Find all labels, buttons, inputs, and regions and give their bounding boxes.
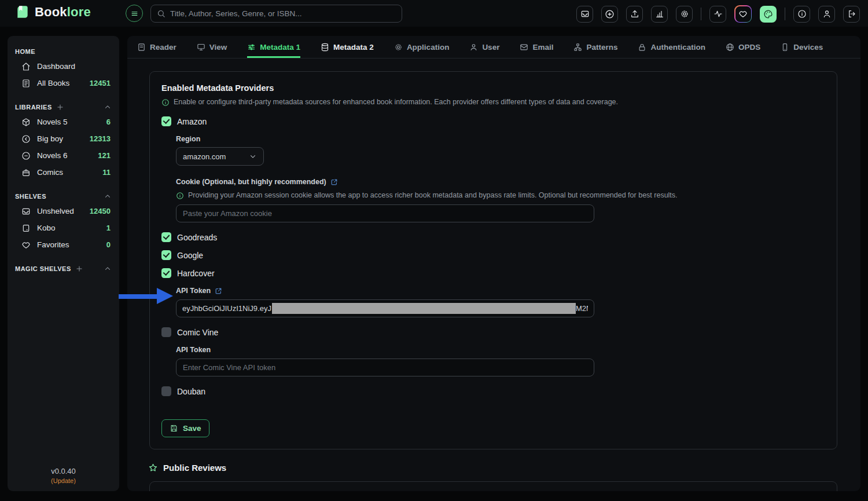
tab-metadata-1[interactable]: Metadata 1 <box>247 36 300 58</box>
count-badge: 0 <box>106 240 112 249</box>
external-link-icon[interactable] <box>330 178 338 186</box>
favorites-button[interactable] <box>734 5 752 23</box>
metadata-settings-content: Enabled Metadata Providers Enable or con… <box>127 58 860 491</box>
hamburger-icon <box>130 9 139 18</box>
theme-button[interactable] <box>760 6 777 23</box>
about-button[interactable] <box>793 6 810 23</box>
booklore-logo-icon <box>15 5 30 20</box>
globe-icon <box>726 43 734 52</box>
comicvine-checkbox-row[interactable]: Comic Vine <box>161 327 825 337</box>
home-icon <box>21 62 31 71</box>
providers-description: Enable or configure third-party metadata… <box>161 98 825 107</box>
lock-icon <box>638 43 646 52</box>
briefcase-icon <box>21 168 31 177</box>
goodreads-checkbox[interactable] <box>161 232 171 242</box>
sidebar-toggle-button[interactable] <box>126 5 143 22</box>
bar-chart-icon <box>655 9 664 19</box>
tab-reader[interactable]: Reader <box>137 36 176 58</box>
collapse-libraries-icon[interactable] <box>104 103 112 111</box>
upload-button[interactable] <box>626 6 643 23</box>
settings-button[interactable] <box>676 6 693 23</box>
tab-opds[interactable]: OPDS <box>726 36 760 58</box>
goodreads-checkbox-row[interactable]: Goodreads <box>161 232 825 242</box>
sidebar-header-magic-shelves: MAGIC SHELVES <box>15 262 112 275</box>
settings-tabbar: Reader View Metadata 1 Metadata 2 Applic… <box>127 36 860 58</box>
libraries-header-label: LIBRARIES <box>15 104 52 111</box>
douban-checkbox-row[interactable]: Douban <box>161 386 825 396</box>
envelope-icon <box>520 43 528 52</box>
activity-button[interactable] <box>709 6 726 23</box>
external-link-icon[interactable] <box>215 287 222 295</box>
count-badge: 121 <box>98 151 112 160</box>
hardcover-checkbox-row[interactable]: Hardcover <box>161 268 825 278</box>
tab-metadata-2[interactable]: Metadata 2 <box>321 36 374 58</box>
collapse-shelves-icon[interactable] <box>104 192 112 200</box>
sidebar-item-kobo[interactable]: Kobo 1 <box>15 220 112 236</box>
cube-icon <box>21 118 31 127</box>
tab-application[interactable]: Application <box>394 36 450 58</box>
info-icon <box>176 192 184 200</box>
save-button[interactable]: Save <box>161 419 209 437</box>
sidebar-item-favorites[interactable]: Favorites 0 <box>15 236 112 253</box>
upload-icon <box>630 9 639 19</box>
tab-authentication[interactable]: Authentication <box>638 36 705 58</box>
home-header-label: HOME <box>15 48 35 55</box>
monitor-icon <box>197 43 205 52</box>
google-checkbox-row[interactable]: Google <box>161 250 825 260</box>
user-icon <box>469 43 478 52</box>
sliders-icon <box>247 43 256 52</box>
logout-button[interactable] <box>843 6 860 23</box>
app-title: Booklore <box>35 5 91 20</box>
main-panel: Reader View Metadata 1 Metadata 2 Applic… <box>127 36 860 491</box>
sidebar-item-all-books[interactable]: All Books 12451 <box>15 75 112 92</box>
tab-view[interactable]: View <box>197 36 227 58</box>
amazon-region-select[interactable]: amazon.com <box>176 147 264 166</box>
douban-checkbox[interactable] <box>161 386 171 396</box>
reader-icon <box>137 43 146 52</box>
region-label: Region <box>176 135 825 143</box>
add-button[interactable] <box>601 6 618 23</box>
minus-circle-icon <box>21 151 31 160</box>
book-icon <box>21 79 31 88</box>
hardcover-api-token-input[interactable]: eyJhbGciOiJIUzI1NiJ9.eyJ M2N <box>176 299 594 317</box>
database-icon <box>321 43 329 52</box>
sidebar-item-dashboard[interactable]: Dashboard <box>15 58 112 75</box>
sidebar-header-libraries: LIBRARIES <box>15 101 112 114</box>
comicvine-api-token-input[interactable] <box>176 359 594 376</box>
update-link[interactable]: (Update) <box>8 477 119 484</box>
collapse-magic-shelves-icon[interactable] <box>104 265 112 273</box>
tab-patterns[interactable]: Patterns <box>573 36 617 58</box>
sidebar-header-home: HOME <box>15 45 112 58</box>
inbox-icon <box>21 207 31 216</box>
amazon-cookie-input[interactable] <box>176 204 594 222</box>
public-reviews-card: Download Public Reviews Enable downloadi… <box>149 481 837 491</box>
tab-email[interactable]: Email <box>520 36 553 58</box>
hardcover-api-token-label: API Token <box>176 287 825 295</box>
amazon-cookie-label: Cookie (Optional, but highly recommended… <box>176 178 825 186</box>
comicvine-checkbox[interactable] <box>161 327 171 337</box>
global-search[interactable] <box>150 5 402 23</box>
sidebar-item-bigboy[interactable]: Big boy 12313 <box>15 130 112 147</box>
topbar-divider <box>701 8 701 20</box>
version-label: v0.0.40 <box>8 467 119 476</box>
search-input[interactable] <box>170 9 396 18</box>
clock-icon <box>21 134 31 144</box>
email-book-button[interactable] <box>576 6 593 23</box>
sidebar-item-unshelved[interactable]: Unshelved 12450 <box>15 203 112 220</box>
hardcover-checkbox[interactable] <box>161 268 171 278</box>
stats-button[interactable] <box>651 6 668 23</box>
google-checkbox[interactable] <box>161 250 171 260</box>
add-library-icon[interactable] <box>56 103 64 111</box>
add-magic-shelf-icon[interactable] <box>75 265 83 273</box>
sidebar-item-comics[interactable]: Comics 11 <box>15 164 112 181</box>
plus-circle-icon <box>605 9 615 19</box>
sidebar-item-novels5[interactable]: Novels 5 6 <box>15 114 112 130</box>
sidebar-item-novels6[interactable]: Novels 6 121 <box>15 147 112 164</box>
account-button[interactable] <box>818 6 835 23</box>
tab-devices[interactable]: Devices <box>781 36 823 58</box>
amazon-checkbox-row[interactable]: Amazon <box>161 116 825 126</box>
tab-user[interactable]: User <box>469 36 499 58</box>
pulse-icon <box>713 9 723 19</box>
providers-card: Enabled Metadata Providers Enable or con… <box>149 71 837 449</box>
amazon-checkbox[interactable] <box>161 116 171 126</box>
